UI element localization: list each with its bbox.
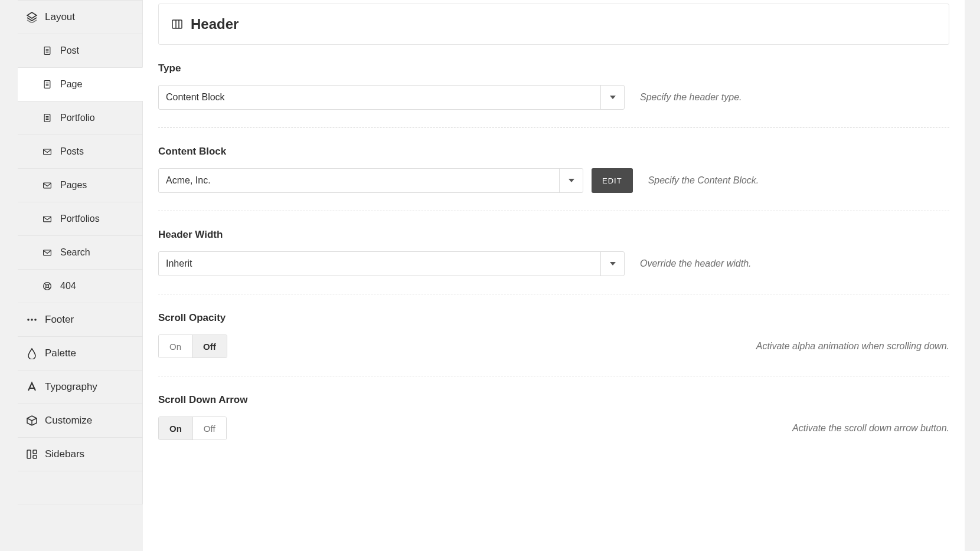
sidebar-item-label: Footer xyxy=(45,314,74,326)
field-header-width: Header Width Inherit Override the header… xyxy=(158,229,949,294)
sidebar-item-label: 404 xyxy=(60,281,76,291)
sidebar-item-posts[interactable]: Posts xyxy=(18,135,143,168)
sidebar-item-next[interactable] xyxy=(18,471,143,504)
main-panel: Header Type Content Block Specify the he… xyxy=(143,0,980,551)
scroll-opacity-on[interactable]: On xyxy=(159,335,192,358)
panel-header: Header xyxy=(158,4,949,45)
archive-icon xyxy=(41,213,53,225)
sidebar-item-label: Sidebars xyxy=(45,448,84,460)
file-icon xyxy=(41,112,53,124)
type-select-value: Content Block xyxy=(159,86,600,109)
field-content-block: Content Block Acme, Inc. EDIT Specify th… xyxy=(158,146,949,211)
sidebar-item-label: Post xyxy=(60,45,79,56)
header-width-select[interactable]: Inherit xyxy=(158,251,625,276)
layers-icon xyxy=(26,11,38,23)
type-select[interactable]: Content Block xyxy=(158,85,625,110)
blank-icon xyxy=(26,482,38,494)
sidebar-item-portfolios[interactable]: Portfolios xyxy=(18,202,143,235)
sidebar-item-label: Palette xyxy=(45,347,76,359)
lifebuoy-icon xyxy=(41,280,53,292)
sidebar-item-layout[interactable]: Layout xyxy=(18,0,143,34)
sidebar-item-label: Posts xyxy=(60,146,84,157)
sidebar-item-pages[interactable]: Pages xyxy=(18,168,143,202)
archive-icon xyxy=(41,247,53,258)
sidebar-item-palette[interactable]: Palette xyxy=(18,336,143,370)
sidebar-item-label: Page xyxy=(60,79,82,90)
scroll-down-arrow-toggle: On Off xyxy=(158,416,227,440)
columns-icon xyxy=(171,18,184,31)
sidebar-item-typography[interactable]: Typography xyxy=(18,370,143,404)
sidebar-item-label: Customize xyxy=(45,415,92,427)
sidebar-item-label: Search xyxy=(60,247,90,258)
field-hint-header-width: Override the header width. xyxy=(640,258,752,269)
scroll-down-arrow-on[interactable]: On xyxy=(159,417,192,440)
field-type: Type Content Block Specify the header ty… xyxy=(158,63,949,128)
sidebar-item-portfolio[interactable]: Portfolio xyxy=(18,101,143,135)
sidebar-item-post[interactable]: Post xyxy=(18,34,143,67)
field-hint-content-block: Specify the Content Block. xyxy=(648,175,759,186)
scroll-opacity-off[interactable]: Off xyxy=(192,335,227,358)
sidebar-item-search[interactable]: Search xyxy=(18,235,143,269)
field-hint-scroll-opacity: Activate alpha animation when scrolling … xyxy=(756,341,949,352)
field-scroll-opacity: Scroll Opacity On Off Activate alpha ani… xyxy=(158,312,949,376)
scroll-opacity-toggle: On Off xyxy=(158,334,227,358)
sidebar-item-sidebars[interactable]: Sidebars xyxy=(18,437,143,471)
sidebar-item-label: Portfolios xyxy=(60,214,100,224)
sidebar-item-label: Typography xyxy=(45,381,97,393)
header-width-select-value: Inherit xyxy=(159,252,600,276)
dots-icon xyxy=(26,314,38,326)
field-label-header-width: Header Width xyxy=(158,229,949,241)
sidebar-item-label: Portfolio xyxy=(60,113,95,123)
chevron-down-icon xyxy=(600,86,624,109)
scroll-down-arrow-off[interactable]: Off xyxy=(192,417,226,440)
field-hint-type: Specify the header type. xyxy=(640,92,742,103)
cube-icon xyxy=(26,415,38,427)
chevron-down-icon xyxy=(600,252,624,276)
edit-button[interactable]: EDIT xyxy=(592,168,633,193)
font-icon xyxy=(26,381,38,393)
sidebar-item-customize[interactable]: Customize xyxy=(18,404,143,437)
sidebar-item-404[interactable]: 404 xyxy=(18,269,143,303)
content-block-select[interactable]: Acme, Inc. xyxy=(158,168,583,193)
archive-icon xyxy=(41,179,53,191)
sidebar-item-label: Pages xyxy=(60,180,87,191)
field-label-scroll-opacity: Scroll Opacity xyxy=(158,312,949,324)
sidebar: Layout Post Page Portfolio Posts Pages xyxy=(0,0,143,551)
field-scroll-down-arrow: Scroll Down Arrow On Off Activate the sc… xyxy=(158,394,949,442)
field-label-type: Type xyxy=(158,63,949,74)
field-label-content-block: Content Block xyxy=(158,146,949,158)
sidebar-item-footer[interactable]: Footer xyxy=(18,303,143,336)
field-label-scroll-down-arrow: Scroll Down Arrow xyxy=(158,394,949,406)
file-icon xyxy=(41,78,53,90)
chevron-down-icon xyxy=(559,169,583,192)
content-block-select-value: Acme, Inc. xyxy=(159,169,559,192)
drop-icon xyxy=(26,347,38,359)
panel-title: Header xyxy=(191,16,239,32)
field-hint-scroll-down-arrow: Activate the scroll down arrow button. xyxy=(792,423,949,434)
file-icon xyxy=(41,45,53,57)
sidebar-item-page[interactable]: Page xyxy=(18,67,143,101)
archive-icon xyxy=(41,146,53,158)
sidebar-item-label: Layout xyxy=(45,11,75,23)
sidebars-icon xyxy=(26,448,38,460)
